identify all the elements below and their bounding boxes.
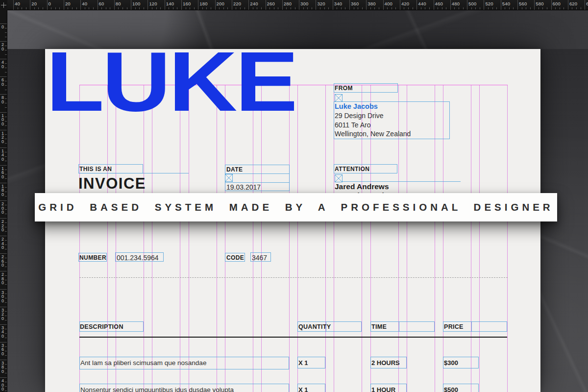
attention-frame-top <box>343 181 461 182</box>
ruler-tick <box>366 0 367 10</box>
ruler-minor-tick <box>51 7 51 9</box>
vertical-guide[interactable] <box>325 85 326 392</box>
ruler-tick <box>0 271 7 271</box>
ruler-minor-tick <box>5 178 7 179</box>
ruler-tick <box>0 59 7 59</box>
ruler-minor-tick <box>223 7 224 9</box>
ruler-minor-tick <box>358 7 358 9</box>
ruler-label: 1 0 0 <box>1 114 4 126</box>
ruler-tick <box>0 24 7 24</box>
top-ruler[interactable]: 4020020406080100120140160180200220240260… <box>0 0 588 10</box>
ruler-minor-tick <box>93 7 94 9</box>
ruler-label: 4 0 0 <box>1 379 4 392</box>
ruler-minor-tick <box>463 7 464 9</box>
ruler-minor-tick <box>5 28 7 28</box>
ruler-minor-tick <box>5 139 7 139</box>
ruler-minor-tick <box>425 7 425 9</box>
ruler-minor-tick <box>459 7 459 9</box>
row2-quantity: X 1 <box>298 386 308 392</box>
ruler-tick <box>165 0 165 10</box>
ruler-minor-tick <box>328 7 329 9</box>
ruler-tick <box>517 0 518 10</box>
ruler-minor-tick <box>5 32 7 33</box>
vertical-guide[interactable] <box>180 85 180 392</box>
ruler-minor-tick <box>5 351 7 351</box>
ruler-minor-tick <box>5 54 7 55</box>
from-placeholder-icon[interactable] <box>335 94 343 102</box>
date-value: 19.03.2017 <box>226 183 261 191</box>
vertical-guide[interactable] <box>217 85 217 392</box>
vertical-guide[interactable] <box>261 85 262 392</box>
ruler-tick <box>282 0 283 10</box>
ruler-minor-tick <box>139 7 140 9</box>
ruler-label: 1 6 0 <box>1 167 4 179</box>
promo-banner-text: GRID BASED SYSTEM MADE BY A PROFESSIONAL… <box>38 201 553 213</box>
vertical-guide[interactable] <box>79 85 80 392</box>
vertical-guide[interactable] <box>107 85 108 392</box>
ruler-label: 300 <box>300 1 308 6</box>
ruler-minor-tick <box>59 7 60 9</box>
vertical-guide[interactable] <box>289 85 290 392</box>
logo-block[interactable]: LUKE <box>46 49 294 113</box>
ruler-minor-tick <box>404 7 404 9</box>
ruler-minor-tick <box>374 7 375 9</box>
vertical-guide[interactable] <box>144 85 144 392</box>
vertical-guide[interactable] <box>152 85 152 392</box>
ruler-tick <box>198 0 198 10</box>
ruler-label: 2 6 0 <box>1 255 4 268</box>
ruler-label: 20 <box>31 1 37 6</box>
vertical-guide[interactable] <box>225 85 225 392</box>
ruler-minor-tick <box>122 7 123 9</box>
ruler-minor-tick <box>55 7 56 9</box>
ruler-tick <box>0 76 7 77</box>
ruler-label: 3 0 0 <box>1 291 4 303</box>
ruler-label: 2 2 0 <box>1 220 4 232</box>
dashed-divider <box>79 277 508 278</box>
ruler-minor-tick <box>295 7 295 9</box>
vertical-guide[interactable] <box>253 85 253 392</box>
vertical-guide[interactable] <box>189 85 189 392</box>
ruler-minor-tick <box>5 187 7 188</box>
ruler-minor-tick <box>387 7 388 9</box>
ruler-label: 600 <box>553 1 561 6</box>
from-label: FROM <box>335 85 353 92</box>
ruler-label: 560 <box>519 1 527 6</box>
ruler-label: 1 8 0 <box>1 184 4 197</box>
ruler-minor-tick <box>34 7 35 9</box>
ruler-label: 500 <box>468 1 476 6</box>
row2-price: $500 <box>444 386 458 392</box>
ruler-tick <box>585 0 585 10</box>
ruler-minor-tick <box>5 107 7 108</box>
ruler-label: 460 <box>435 1 443 6</box>
ruler-tick <box>0 236 7 236</box>
ruler-minor-tick <box>312 7 312 9</box>
ruler-minor-tick <box>392 7 392 9</box>
ruler-label: 2 0 <box>1 43 4 51</box>
ruler-minor-tick <box>177 7 177 9</box>
vertical-guide[interactable] <box>471 85 471 392</box>
from-name[interactable]: Luke Jacobs <box>335 102 378 110</box>
ruler-minor-tick <box>245 7 245 9</box>
ruler-minor-tick <box>5 143 7 144</box>
vertical-guide[interactable] <box>116 85 116 392</box>
vertical-guide[interactable] <box>507 85 508 392</box>
vertical-guide[interactable] <box>479 85 480 392</box>
ruler-minor-tick <box>5 231 7 232</box>
left-ruler[interactable]: 02 04 06 08 01 0 01 2 01 4 01 6 01 8 02 … <box>0 10 7 392</box>
ruler-minor-tick <box>152 7 152 9</box>
ruler-tick <box>450 0 451 10</box>
ruler-minor-tick <box>5 90 7 90</box>
attention-placeholder-icon[interactable] <box>335 174 343 182</box>
row2-description: Nonsentur sendici umquuntibus idus dusda… <box>80 386 234 392</box>
number-value: 001.234.5964 <box>117 254 159 262</box>
ruler-minor-tick <box>488 7 489 9</box>
ruler-minor-tick <box>202 7 203 9</box>
vertical-guide[interactable] <box>297 85 298 392</box>
date-placeholder-icon[interactable] <box>225 174 233 182</box>
ruler-label: 3 6 0 <box>1 343 4 356</box>
ruler-origin-corner[interactable] <box>0 0 7 10</box>
ruler-minor-tick <box>5 364 7 365</box>
ruler-minor-tick <box>253 7 253 9</box>
ruler-minor-tick <box>555 7 556 9</box>
ruler-minor-tick <box>5 338 7 338</box>
